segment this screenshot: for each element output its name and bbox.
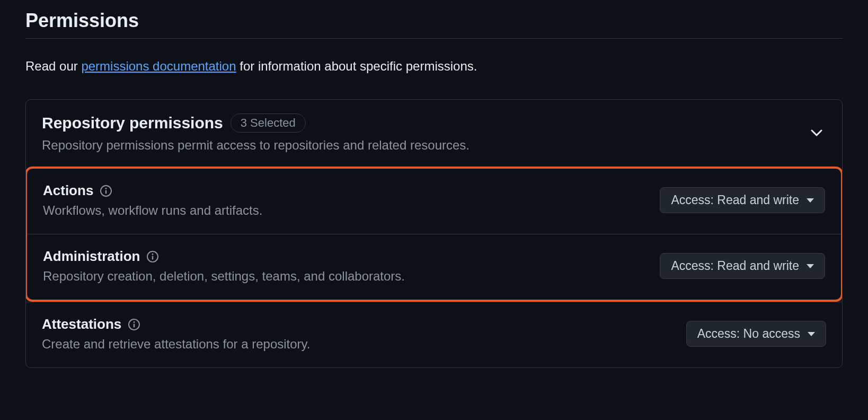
highlighted-permissions: Actions Workflows, workflow runs and art…	[25, 167, 843, 302]
permission-description: Repository creation, deletion, settings,…	[43, 269, 405, 284]
svg-rect-2	[105, 190, 107, 194]
info-icon[interactable]	[100, 185, 112, 197]
info-icon[interactable]	[128, 318, 140, 331]
repository-permissions-header[interactable]: Repository permissions 3 Selected Reposi…	[26, 100, 842, 167]
permission-title: Actions	[43, 182, 93, 199]
permission-title: Attestations	[42, 316, 121, 332]
selected-count-badge: 3 Selected	[231, 113, 306, 133]
intro-text: Read our permissions documentation for i…	[25, 59, 843, 74]
svg-rect-5	[152, 256, 153, 259]
page-title: Permissions	[25, 10, 843, 39]
permissions-doc-link[interactable]: permissions documentation	[81, 59, 236, 73]
svg-point-7	[134, 321, 135, 323]
section-title: Repository permissions	[42, 114, 223, 132]
svg-rect-8	[134, 323, 135, 327]
permission-row-attestations: Attestations Create and retrieve attesta…	[26, 302, 842, 368]
permission-title: Administration	[43, 248, 140, 265]
permission-description: Create and retrieve attestations for a r…	[42, 337, 310, 352]
permission-row-administration: Administration Repository creation, dele…	[27, 234, 841, 300]
caret-down-icon	[808, 332, 815, 336]
section-description: Repository permissions permit access to …	[42, 138, 470, 153]
intro-prefix: Read our	[25, 59, 81, 73]
intro-suffix: for information about specific permissio…	[236, 59, 477, 73]
svg-point-1	[105, 188, 107, 189]
permission-description: Workflows, workflow runs and artifacts.	[43, 203, 262, 218]
access-dropdown-actions[interactable]: Access: Read and write	[660, 187, 825, 213]
caret-down-icon	[807, 264, 814, 268]
chevron-down-icon	[809, 126, 824, 141]
access-label: Access: Read and write	[671, 259, 799, 273]
access-label: Access: No access	[697, 327, 800, 341]
access-label: Access: Read and write	[671, 193, 799, 207]
info-icon[interactable]	[146, 250, 159, 263]
repository-permissions-panel: Repository permissions 3 Selected Reposi…	[25, 99, 843, 368]
caret-down-icon	[807, 198, 814, 203]
access-dropdown-attestations[interactable]: Access: No access	[686, 321, 826, 347]
access-dropdown-administration[interactable]: Access: Read and write	[660, 253, 825, 279]
permission-row-actions: Actions Workflows, workflow runs and art…	[27, 169, 841, 234]
svg-point-4	[152, 253, 154, 255]
